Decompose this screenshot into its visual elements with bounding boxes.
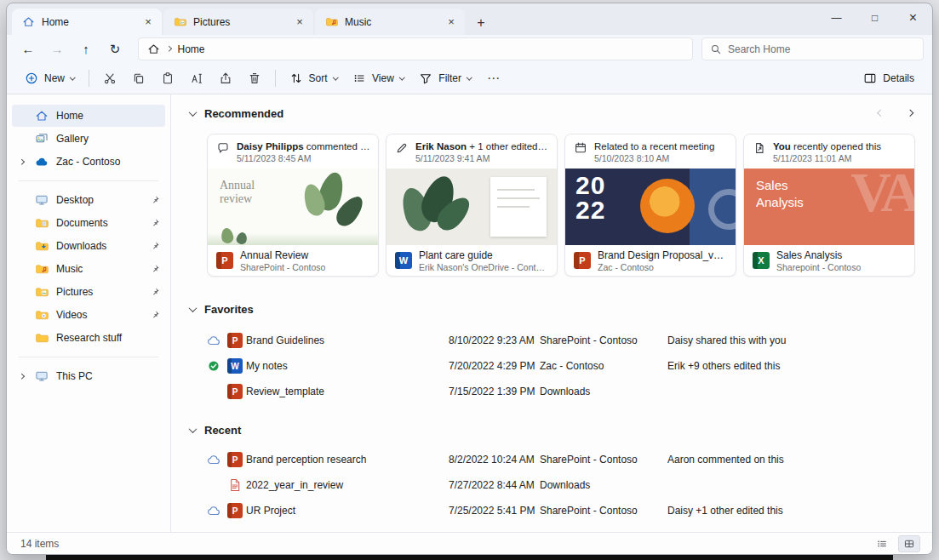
rename-button[interactable]: [182, 66, 211, 91]
collapse-chevron-icon[interactable]: [189, 108, 198, 117]
maximize-button[interactable]: □: [856, 3, 894, 32]
recommendation-card[interactable]: Erik Nason + 1 other edited this 5/11/20…: [386, 134, 558, 277]
refresh-button[interactable]: ↻: [102, 37, 128, 61]
tab-close-button[interactable]: ×: [291, 14, 308, 31]
sidebar-item-downloads[interactable]: Downloads: [12, 235, 165, 257]
section-recent-header[interactable]: Recent: [190, 420, 920, 440]
sidebar-item-desktop[interactable]: Desktop: [12, 189, 165, 211]
close-button[interactable]: ×: [894, 3, 932, 32]
delete-button[interactable]: [240, 66, 269, 91]
rename-icon: [190, 71, 203, 85]
section-recommended-header[interactable]: Recommended: [190, 103, 920, 123]
tab-music[interactable]: Music ×: [315, 9, 465, 35]
row-date: 7/20/2022 4:29 PM: [449, 360, 540, 372]
details-button[interactable]: Details: [856, 66, 922, 91]
thumbnails-view-button[interactable]: [898, 535, 920, 552]
row-name: My notes: [246, 360, 449, 372]
command-bar: New Sort View Filter ⋯ Details: [7, 63, 932, 94]
status-bar: 14 items: [7, 532, 932, 554]
row-date: 7/27/2022 8:44 AM: [449, 479, 540, 491]
search-box[interactable]: [701, 37, 924, 60]
view-label: View: [372, 72, 394, 84]
more-button[interactable]: ⋯: [479, 66, 508, 91]
sidebar-item-research-stuff[interactable]: Research stuff: [12, 327, 165, 349]
cut-button[interactable]: [95, 66, 124, 91]
sort-label: Sort: [309, 72, 328, 84]
sidebar-item-onedrive[interactable]: Zac - Contoso: [12, 151, 165, 173]
section-favorites-header[interactable]: Favorites: [190, 299, 920, 319]
copy-button[interactable]: [124, 66, 153, 91]
breadcrumb[interactable]: Home: [138, 37, 693, 60]
collapse-chevron-icon[interactable]: [189, 304, 198, 312]
back-button[interactable]: ←: [15, 37, 41, 61]
chevron-right-icon: [166, 46, 171, 51]
section-title: Favorites: [204, 303, 254, 316]
minimize-button[interactable]: —: [817, 3, 856, 32]
tab-close-button[interactable]: ×: [140, 14, 157, 31]
file-row[interactable]: P Review_template 7/15/2022 1:39 PM Down…: [207, 379, 920, 404]
recommendation-card[interactable]: You recently opened this 5/11/2023 11:01…: [743, 134, 915, 277]
pin-icon: [150, 218, 160, 228]
file-row[interactable]: P Brand perception research 8/2/2022 10:…: [207, 447, 920, 472]
file-name: Sales Analysis: [776, 249, 861, 261]
file-row[interactable]: P Brand Guidelines 8/10/2022 9:23 AM Sha…: [207, 328, 920, 353]
pictures-icon: [174, 15, 186, 28]
expander-icon[interactable]: [15, 374, 27, 379]
row-location: Zac - Contoso: [540, 360, 667, 372]
gallery-icon: [35, 132, 49, 146]
search-input[interactable]: [728, 43, 915, 55]
details-view-button[interactable]: [871, 535, 893, 552]
powerpoint-file-icon: P: [227, 452, 246, 467]
paste-button[interactable]: [153, 66, 182, 91]
card-header: Daisy Philipps commented on… 5/11/2023 8…: [208, 134, 378, 169]
recommendation-card[interactable]: Daisy Philipps commented on… 5/11/2023 8…: [207, 134, 379, 277]
synced-status-icon: [207, 359, 227, 373]
row-activity: Daisy shared this with you: [667, 334, 920, 346]
carousel-prev-button[interactable]: [878, 110, 885, 117]
items-count: 14 items: [20, 538, 59, 550]
carousel-next-button[interactable]: [906, 110, 913, 117]
sidebar-item-videos[interactable]: Videos: [12, 304, 165, 326]
new-button[interactable]: New: [17, 66, 83, 91]
thumbnail-plant-care: [386, 169, 557, 245]
sort-icon: [289, 71, 303, 85]
sidebar-separator: [19, 180, 158, 181]
chevron-down-icon: [467, 74, 472, 79]
recommendation-card[interactable]: Related to a recent meeting 5/10/2023 8:…: [564, 134, 736, 277]
file-row[interactable]: W My notes 7/20/2022 4:29 PM Zac - Conto…: [207, 353, 920, 379]
file-name: Plant care guide: [419, 249, 548, 261]
file-row[interactable]: P UR Project 7/25/2022 5:41 PM SharePoin…: [207, 498, 920, 523]
row-activity: Aaron commented on this: [667, 454, 920, 466]
sidebar-item-label: Downloads: [56, 240, 142, 252]
sort-button[interactable]: Sort: [282, 66, 346, 91]
forward-button[interactable]: →: [44, 37, 70, 61]
up-button[interactable]: ↑: [73, 37, 99, 61]
share-icon: [219, 71, 232, 85]
expander-icon[interactable]: [15, 160, 27, 164]
sidebar-item-gallery[interactable]: Gallery: [12, 128, 165, 150]
collapse-chevron-icon[interactable]: [189, 425, 198, 433]
trash-icon: [248, 71, 261, 85]
sidebar-item-this-pc[interactable]: This PC: [12, 365, 165, 387]
file-row[interactable]: 2022_year_in_review 7/27/2022 8:44 AM Do…: [207, 472, 920, 498]
excel-file-icon: X: [753, 252, 770, 269]
sidebar-item-label: Desktop: [56, 194, 142, 206]
sidebar-item-music[interactable]: Music: [12, 258, 165, 280]
filter-button[interactable]: Filter: [411, 66, 478, 91]
tab-home[interactable]: Home ×: [12, 9, 162, 35]
view-button[interactable]: View: [345, 66, 411, 91]
home-icon: [22, 15, 35, 28]
sidebar-item-pictures[interactable]: Pictures: [12, 281, 165, 303]
thumbnail-title-text: Sales Analysis: [756, 177, 804, 210]
sidebar-item-documents[interactable]: Documents: [12, 212, 165, 234]
share-button[interactable]: [211, 66, 240, 91]
tab-close-button[interactable]: ×: [443, 14, 460, 31]
home-icon: [147, 43, 160, 55]
pin-icon: [150, 287, 160, 297]
chevron-down-icon: [70, 74, 75, 79]
new-tab-button[interactable]: +: [468, 11, 494, 35]
tab-pictures[interactable]: Pictures ×: [163, 9, 313, 35]
sidebar-item-home[interactable]: Home: [12, 105, 165, 127]
sidebar-item-label: Documents: [56, 217, 142, 229]
row-location: Downloads: [540, 479, 667, 491]
